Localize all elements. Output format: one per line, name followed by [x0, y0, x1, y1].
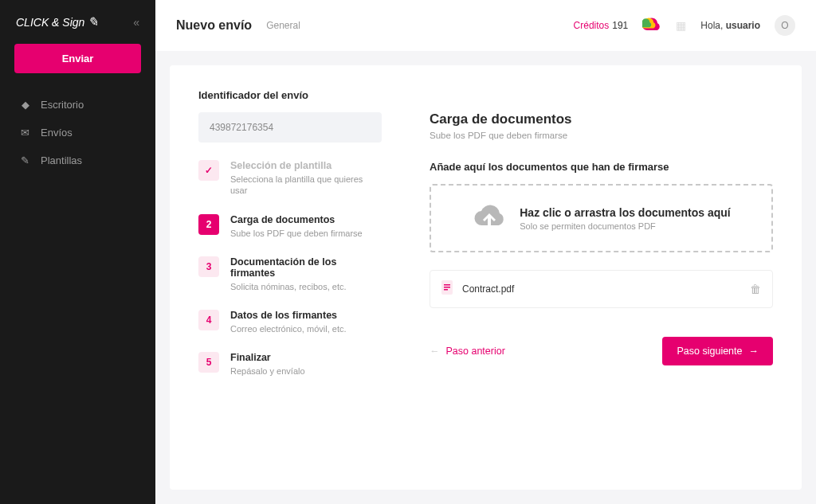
- step-desc: Repásalo y envíalo: [230, 365, 305, 377]
- wizard-step-5[interactable]: 5 Finalizar Repásalo y envíalo: [198, 349, 382, 388]
- sidebar-item-label: Envíos: [41, 127, 73, 139]
- collapse-sidebar-icon[interactable]: «: [133, 16, 139, 29]
- file-name: Contract.pdf: [462, 283, 742, 295]
- wizard-steps: ✓ Selección de plantilla Selecciona la p…: [198, 157, 382, 389]
- cloud-upload-icon: [472, 201, 507, 235]
- greeting-username: usuario: [726, 20, 760, 31]
- arrow-right-icon: →: [749, 346, 759, 357]
- svg-rect-1: [444, 284, 450, 286]
- cloud-icon[interactable]: [642, 18, 661, 33]
- step-title: Finalizar: [230, 352, 305, 363]
- wizard-step-3[interactable]: 3 Documentación de los firmantes Solicit…: [198, 253, 382, 303]
- add-documents-label: Añade aquí los documentos que han de fir…: [430, 161, 773, 173]
- previous-step-button[interactable]: ← Paso anterior: [430, 346, 505, 357]
- page-subtitle: General: [266, 20, 300, 31]
- step-marker: 3: [198, 256, 219, 277]
- identifier-label: Identificador del envío: [198, 89, 382, 101]
- send-button[interactable]: Enviar: [14, 44, 141, 73]
- delete-file-icon[interactable]: 🗑: [750, 283, 761, 295]
- step-marker: 5: [198, 352, 219, 373]
- wizard-step-1[interactable]: ✓ Selección de plantilla Selecciona la p…: [198, 157, 382, 208]
- rocket-icon: ✎: [88, 14, 98, 29]
- page-title: Nuevo envío: [176, 18, 252, 33]
- wizard-step-2[interactable]: 2 Carga de documentos Sube los PDF que d…: [198, 211, 382, 250]
- step-title: Datos de los firmantes: [230, 310, 347, 321]
- greeting: Hola, usuario: [700, 20, 760, 31]
- brand-logo: CLICK & Sign ✎: [16, 14, 98, 29]
- step-desc: Solicita nóminas, recibos, etc.: [230, 281, 382, 292]
- credits-value: 191: [612, 20, 628, 31]
- sidebar: CLICK & Sign ✎ « Enviar ◆ Escritorio ✉ E…: [0, 0, 155, 504]
- apps-grid-icon[interactable]: ▦: [676, 19, 686, 32]
- avatar[interactable]: O: [775, 15, 795, 36]
- wizard-column: Identificador del envío 439872176354 ✓ S…: [198, 89, 382, 466]
- upload-dropzone[interactable]: Haz clic o arrastra los documentos aquí …: [430, 184, 773, 252]
- step-desc: Selecciona la plantilla que quieres usar: [230, 174, 382, 197]
- svg-rect-3: [444, 289, 448, 291]
- dropzone-subtitle: Solo se permiten documentos PDF: [520, 221, 731, 231]
- identifier-value: 439872176354: [198, 112, 382, 143]
- uploaded-file-row: Contract.pdf 🗑: [430, 270, 773, 308]
- step-marker-done-icon: ✓: [198, 160, 219, 181]
- panel-subheading: Sube los PDF que deben firmarse: [430, 131, 773, 140]
- document-panel: Carga de documentos Sube los PDF que deb…: [430, 89, 773, 466]
- step-title: Carga de documentos: [230, 214, 363, 225]
- step-title: Documentación de los firmantes: [230, 256, 382, 279]
- prev-button-label: Paso anterior: [446, 346, 505, 357]
- step-desc: Sube los PDF que deben firmarse: [230, 228, 363, 239]
- svg-rect-2: [444, 287, 450, 288]
- inbox-icon: ✉: [19, 127, 31, 139]
- sidebar-item-envios[interactable]: ✉ Envíos: [0, 119, 155, 147]
- step-desc: Correo electrónico, móvil, etc.: [230, 323, 347, 334]
- wizard-step-4[interactable]: 4 Datos de los firmantes Correo electrón…: [198, 307, 382, 346]
- main: Nuevo envío General Créditos191 ▦ Hola, …: [155, 0, 816, 504]
- panel-heading: Carga de documentos: [430, 111, 773, 127]
- wizard-actions: ← Paso anterior Paso siguiente →: [430, 337, 773, 365]
- content-panel: Identificador del envío 439872176354 ✓ S…: [170, 65, 802, 490]
- step-title: Selección de plantilla: [230, 160, 382, 171]
- sidebar-item-plantillas[interactable]: ✎ Plantillas: [0, 147, 155, 174]
- pdf-file-icon: [441, 280, 454, 298]
- step-marker: 4: [198, 310, 219, 330]
- brand-text: CLICK & Sign: [16, 16, 84, 29]
- desktop-icon: ◆: [19, 99, 31, 111]
- sidebar-item-escritorio[interactable]: ◆ Escritorio: [0, 91, 155, 119]
- logo-row: CLICK & Sign ✎ «: [0, 14, 155, 44]
- topbar: Nuevo envío General Créditos191 ▦ Hola, …: [155, 0, 816, 51]
- sidebar-item-label: Plantillas: [41, 154, 82, 166]
- dropzone-title: Haz clic o arrastra los documentos aquí: [520, 206, 731, 219]
- step-marker: 2: [198, 214, 219, 235]
- arrow-left-icon: ←: [430, 346, 440, 357]
- next-step-button[interactable]: Paso siguiente →: [662, 337, 773, 365]
- templates-icon: ✎: [19, 154, 31, 166]
- credits-label: Créditos191: [574, 20, 629, 31]
- next-button-label: Paso siguiente: [677, 346, 742, 357]
- sidebar-item-label: Escritorio: [41, 99, 84, 111]
